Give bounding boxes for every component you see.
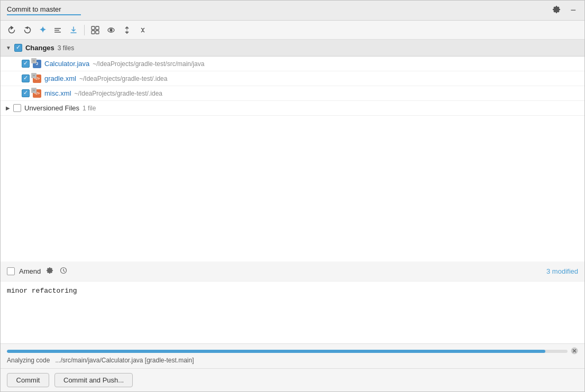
calculator-icon-wrapper: J: [33, 60, 41, 68]
title-underline: [7, 14, 81, 15]
preview-button[interactable]: [104, 24, 118, 36]
amend-settings-button[interactable]: [45, 266, 54, 277]
unversioned-checkbox[interactable]: [13, 104, 21, 112]
svg-point-10: [110, 29, 112, 31]
misc-modified-badge: [31, 88, 36, 93]
download-button[interactable]: [67, 24, 80, 36]
gradle-modified-badge: [31, 73, 36, 78]
window-title: Commit to master: [7, 5, 81, 13]
file-list: J Calculator.java ~/IdeaProjects/gradle-…: [1, 57, 584, 101]
commit-button[interactable]: Commit: [7, 373, 49, 387]
misc-filepath: ~/IdeaProjects/gradle-test/.idea: [75, 90, 162, 97]
svg-rect-5: [92, 26, 95, 30]
title-bar-actions: −: [550, 4, 578, 17]
svg-rect-6: [96, 26, 99, 30]
misc-icon-wrapper: </>: [33, 89, 41, 98]
undo-button[interactable]: [21, 24, 34, 36]
svg-marker-1: [25, 26, 29, 29]
calculator-filename: Calculator.java: [44, 60, 89, 68]
minimize-button[interactable]: −: [568, 4, 578, 17]
svg-rect-2: [54, 28, 61, 29]
amend-checkbox[interactable]: [7, 267, 15, 275]
diff-button[interactable]: [51, 24, 65, 36]
toolbar-sep-1: [84, 25, 85, 35]
changes-section-header: ▼ Changes 3 files: [1, 40, 584, 57]
file-checkbox-misc[interactable]: [22, 89, 30, 97]
unversioned-section-header[interactable]: ▶ Unversioned Files 1 file: [1, 101, 584, 116]
progress-bar-container: [7, 347, 578, 356]
refresh-button[interactable]: [5, 24, 19, 36]
progress-bar-track: [7, 350, 568, 353]
settings-button[interactable]: [550, 4, 563, 17]
action-buttons: Commit Commit and Push...: [1, 368, 584, 391]
file-item-calculator[interactable]: J Calculator.java ~/IdeaProjects/gradle-…: [1, 57, 584, 71]
gradle-icon-wrapper: </>: [33, 74, 41, 83]
expand-button[interactable]: [120, 24, 134, 36]
progress-area: Analyzing code .../src/main/java/Calcula…: [1, 343, 584, 368]
svg-marker-0: [11, 26, 13, 29]
unversioned-title: Unversioned Files: [24, 104, 79, 112]
svg-rect-8: [96, 31, 99, 34]
unversioned-chevron[interactable]: ▶: [6, 105, 10, 111]
progress-close-button[interactable]: [571, 347, 578, 356]
ai-button[interactable]: ✦: [36, 23, 49, 37]
title-bar-left: Commit to master: [7, 5, 81, 15]
modified-badge: 3 modified: [546, 267, 578, 275]
progress-status-text: Analyzing code: [7, 357, 50, 364]
progress-status: Analyzing code .../src/main/java/Calcula…: [7, 356, 578, 366]
group-button[interactable]: [88, 24, 102, 36]
svg-rect-7: [92, 31, 95, 34]
calculator-filepath: ~/IdeaProjects/gradle-test/src/main/java: [93, 60, 204, 68]
file-checkbox-gradle[interactable]: [22, 74, 30, 82]
file-item-gradle[interactable]: </> gradle.xml ~/IdeaProjects/gradle-tes…: [1, 71, 584, 86]
calculator-modified-badge: [31, 58, 36, 63]
file-checkbox-calculator[interactable]: [22, 60, 30, 68]
progress-file-path: .../src/main/java/Calculator.java [gradl…: [55, 357, 194, 364]
collapse-button[interactable]: [136, 24, 150, 36]
amend-row: Amend 3 modified: [1, 262, 584, 282]
amend-label: Amend: [19, 267, 41, 275]
gradle-filename: gradle.xml: [44, 74, 76, 82]
progress-bar-fill: [7, 350, 545, 353]
bottom-panel: Amend 3 modified minor refactoring: [1, 262, 584, 391]
misc-filename: misc.xml: [44, 89, 71, 97]
spacer: [1, 116, 584, 262]
title-bar: Commit to master −: [1, 1, 584, 21]
commit-message-input[interactable]: minor refactoring: [1, 282, 584, 343]
amend-history-button[interactable]: [59, 266, 68, 277]
gradle-filepath: ~/IdeaProjects/gradle-test/.idea: [79, 75, 167, 82]
commit-window: Commit to master −: [0, 0, 585, 392]
changes-chevron[interactable]: ▼: [6, 45, 11, 51]
unversioned-file-count: 1 file: [83, 105, 96, 112]
changes-file-count: 3 files: [58, 44, 74, 52]
toolbar: ✦: [1, 21, 584, 40]
commit-and-push-button[interactable]: Commit and Push...: [54, 373, 133, 387]
svg-rect-3: [54, 30, 59, 31]
progress-file-text: [52, 357, 53, 364]
changes-checkbox[interactable]: [14, 44, 22, 52]
file-item-misc[interactable]: </> misc.xml ~/IdeaProjects/gradle-test/…: [1, 86, 584, 101]
changes-title: Changes: [25, 44, 54, 52]
svg-rect-4: [54, 32, 61, 33]
